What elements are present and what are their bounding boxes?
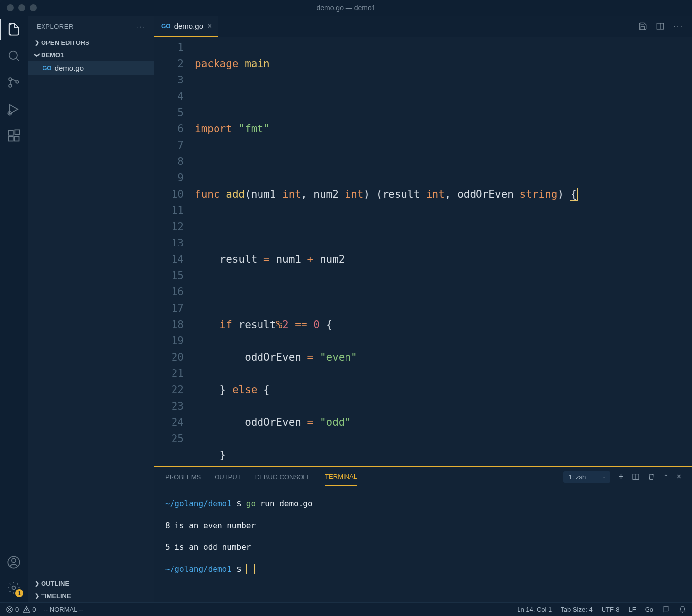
line-gutter: 1234567891011121314151617181920212223242… — [154, 40, 195, 466]
outline-section[interactable]: ❯ OUTLINE — [28, 577, 154, 590]
minimize-window-icon[interactable] — [18, 4, 25, 11]
tab-label: demo.go — [174, 22, 203, 30]
maximize-window-icon[interactable] — [30, 4, 37, 11]
chevron-down-icon: ❯ — [34, 53, 40, 57]
close-panel-icon[interactable]: × — [677, 472, 681, 481]
save-icon[interactable] — [638, 22, 647, 31]
svg-point-2 — [9, 84, 12, 87]
sidebar-more-icon[interactable]: ··· — [137, 23, 145, 30]
settings-badge: 1 — [15, 589, 23, 597]
chevron-right-icon: ❯ — [35, 40, 39, 46]
statusbar: 0 0 -- NORMAL -- Ln 14, Col 1 Tab Size: … — [0, 602, 692, 616]
source-control-icon[interactable] — [6, 75, 21, 90]
go-file-icon: GO — [161, 23, 171, 30]
terminal-content[interactable]: ~/golang/demo1 $ go run demo.go 8 is an … — [154, 487, 692, 602]
svg-rect-8 — [15, 130, 19, 134]
explorer-icon[interactable] — [6, 22, 21, 37]
status-bell-icon[interactable] — [679, 606, 686, 613]
status-eol[interactable]: LF — [628, 606, 636, 613]
account-icon[interactable] — [6, 555, 21, 570]
timeline-section[interactable]: ❯ TIMELINE — [28, 590, 154, 602]
status-warnings[interactable]: 0 — [23, 606, 36, 613]
status-language[interactable]: Go — [645, 606, 653, 613]
run-debug-icon[interactable] — [6, 102, 21, 117]
editor-tabs: GO demo.go × ··· — [154, 16, 692, 37]
status-vim-mode: -- NORMAL -- — [43, 606, 83, 613]
file-name: demo.go — [55, 64, 84, 72]
terminal-selector[interactable]: 1: zsh ⌄ — [563, 471, 610, 483]
split-terminal-icon[interactable] — [632, 473, 640, 481]
svg-point-10 — [12, 558, 16, 562]
status-encoding[interactable]: UTF-8 — [602, 606, 620, 613]
file-tree-item[interactable]: GO demo.go — [28, 61, 154, 75]
tab-output[interactable]: OUTPUT — [215, 468, 241, 486]
close-window-icon[interactable] — [7, 4, 14, 11]
status-feedback-icon[interactable] — [662, 606, 670, 613]
new-terminal-icon[interactable]: + — [618, 472, 624, 482]
svg-rect-5 — [9, 131, 13, 135]
tab-demo-go[interactable]: GO demo.go × — [154, 16, 218, 37]
extensions-icon[interactable] — [6, 128, 21, 143]
titlebar: demo.go — demo1 — [0, 0, 692, 16]
svg-rect-7 — [14, 136, 19, 141]
activity-bar: 1 — [0, 16, 28, 602]
status-indent[interactable]: Tab Size: 4 — [561, 606, 592, 613]
status-cursor-pos[interactable]: Ln 14, Col 1 — [517, 606, 552, 613]
svg-point-1 — [9, 78, 12, 81]
svg-point-11 — [12, 586, 16, 590]
svg-point-0 — [9, 51, 17, 59]
svg-rect-6 — [9, 136, 13, 141]
bottom-panel: PROBLEMS OUTPUT DEBUG CONSOLE TERMINAL 1… — [154, 466, 692, 602]
kill-terminal-icon[interactable] — [648, 473, 655, 481]
tab-terminal[interactable]: TERMINAL — [325, 468, 357, 486]
status-errors[interactable]: 0 — [6, 606, 19, 613]
open-editors-section[interactable]: ❯ OPEN EDITORS — [28, 37, 154, 49]
code-content[interactable]: package main import "fmt" func add(num1 … — [195, 40, 692, 466]
window-title: demo.go — demo1 — [316, 4, 375, 12]
search-icon[interactable] — [6, 48, 21, 63]
chevron-right-icon: ❯ — [35, 580, 39, 587]
svg-point-3 — [16, 81, 19, 83]
code-editor[interactable]: 1234567891011121314151617181920212223242… — [154, 37, 692, 466]
go-file-icon: GO — [43, 65, 52, 72]
chevron-right-icon: ❯ — [35, 593, 39, 599]
sidebar-title: EXPLORER — [37, 23, 74, 30]
tab-problems[interactable]: PROBLEMS — [165, 468, 201, 486]
maximize-panel-icon[interactable]: ⌃ — [663, 473, 669, 481]
close-tab-icon[interactable]: × — [207, 22, 212, 31]
window-controls[interactable] — [7, 4, 37, 11]
chevron-down-icon: ⌄ — [602, 473, 606, 480]
split-editor-icon[interactable] — [656, 22, 665, 31]
sidebar: EXPLORER ··· ❯ OPEN EDITORS ❯ DEMO1 GO d… — [28, 16, 154, 602]
more-actions-icon[interactable]: ··· — [674, 22, 683, 31]
settings-gear-icon[interactable]: 1 — [6, 580, 21, 595]
tab-debug-console[interactable]: DEBUG CONSOLE — [255, 468, 311, 486]
project-section[interactable]: ❯ DEMO1 — [28, 49, 154, 61]
